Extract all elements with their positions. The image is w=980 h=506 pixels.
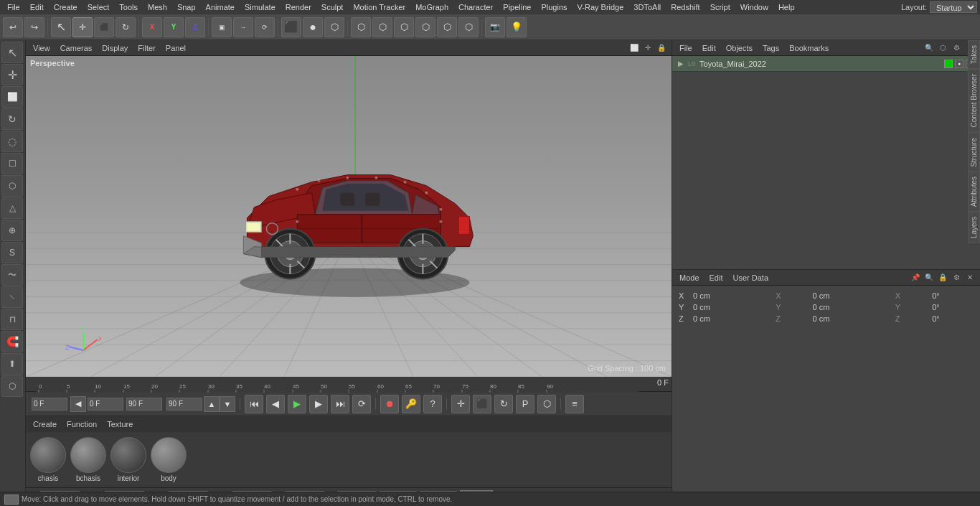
current-frame-input[interactable] (88, 398, 123, 411)
frame-left-btn[interactable]: ◀ (70, 396, 86, 412)
attr-pin-icon[interactable]: 📌 (910, 272, 921, 284)
redo-button[interactable]: ↪ (24, 17, 44, 37)
menu-animate[interactable]: Animate (202, 1, 239, 13)
rotate-key-button[interactable]: ↻ (494, 395, 513, 413)
obj-menu-objects[interactable]: Objects (723, 42, 755, 54)
menu-sculpt[interactable]: Sculpt (317, 1, 348, 13)
play-button[interactable]: ▶ (288, 395, 306, 413)
mat-menu-create[interactable]: Create (30, 418, 60, 430)
rotate-tool[interactable]: ↻ (1, 108, 23, 130)
undo-button[interactable]: ↩ (3, 17, 23, 37)
next-frame-button[interactable]: ▶ (309, 395, 328, 413)
viewport-expand-icon[interactable]: ⬜ (628, 42, 640, 54)
takes-tab[interactable]: Takes (968, 40, 980, 69)
menu-3dtoall[interactable]: 3DToAll (629, 1, 665, 13)
cursor-tool[interactable]: ↖ (1, 42, 23, 63)
go-start-button[interactable]: ⏮ (245, 395, 263, 413)
attr-lock-icon[interactable]: 🔒 (937, 272, 948, 284)
move-tool[interactable]: ✛ (1, 64, 23, 85)
obj-visible-icon[interactable]: ● (955, 60, 963, 68)
scale-tool-button[interactable]: ⬛ (94, 17, 114, 37)
start-frame-input[interactable] (32, 398, 67, 411)
attr-menu-userdata[interactable]: User Data (730, 272, 772, 284)
motion-path-button[interactable]: ? (423, 395, 442, 413)
attributes-tab[interactable]: Attributes (968, 172, 980, 212)
viewport-menu-view[interactable]: View (30, 42, 53, 54)
world-x-button[interactable]: X (142, 17, 162, 37)
mat-menu-texture[interactable]: Texture (104, 418, 136, 430)
param-key-button[interactable]: P (516, 395, 534, 413)
view-btn-4[interactable]: ⬡ (415, 17, 435, 37)
mesh-tool[interactable]: ⊕ (1, 220, 23, 241)
layers-tab[interactable]: Layers (968, 212, 980, 243)
attr-close-icon[interactable]: ✕ (964, 272, 976, 284)
view-btn-6[interactable]: ⬡ (458, 17, 479, 37)
paint-tool[interactable]: S (1, 242, 23, 263)
prev-frame-button[interactable]: ◀ (266, 395, 285, 413)
extrude-tool[interactable]: ⬆ (1, 353, 23, 375)
menu-plugins[interactable]: Plugins (537, 1, 571, 13)
viewport-menu-display[interactable]: Display (99, 42, 131, 54)
frame-step-down[interactable]: ▼ (220, 396, 235, 412)
menu-file[interactable]: File (3, 1, 24, 13)
filter-icon[interactable]: ⬡ (937, 42, 948, 54)
menu-pipeline[interactable]: Pipeline (499, 1, 535, 13)
auto-key-button[interactable]: 🔑 (402, 395, 420, 413)
end-frame-input[interactable] (126, 398, 162, 411)
view-btn-1[interactable]: ⬡ (351, 17, 371, 37)
viewport-menu-cameras[interactable]: Cameras (57, 42, 95, 54)
material-swatch-chasis[interactable]: chasis (30, 437, 66, 482)
select-tool-button[interactable]: ↖ (51, 17, 71, 37)
hex-tool[interactable]: ⬡ (1, 175, 23, 197)
cube-button[interactable]: ⬛ (281, 17, 301, 37)
scale-key-button[interactable]: ⬛ (473, 395, 491, 413)
menu-mesh[interactable]: Mesh (143, 1, 171, 13)
view-btn-3[interactable]: ⬡ (394, 17, 414, 37)
menu-vray-bridge[interactable]: V-Ray Bridge (573, 1, 628, 13)
menu-window[interactable]: Window (736, 1, 773, 13)
attr-search-icon[interactable]: 🔍 (923, 272, 935, 284)
box-tool[interactable]: ☐ (1, 153, 23, 174)
mat-menu-function[interactable]: Function (64, 418, 100, 430)
content-browser-tab[interactable]: Content Browser (968, 69, 980, 132)
world-z-button[interactable]: Z (185, 17, 205, 37)
subdivide-button[interactable]: ⟳ (255, 17, 275, 37)
search-icon[interactable]: 🔍 (923, 42, 935, 54)
obj-menu-bookmarks[interactable]: Bookmarks (786, 42, 831, 54)
table-row[interactable]: ▶ L0 Toyota_Mirai_2022 ● ● (672, 56, 980, 72)
material-swatch-interior[interactable]: interior (110, 437, 146, 482)
loop-button[interactable]: ⟳ (352, 395, 371, 413)
car-model[interactable] (204, 103, 505, 306)
obj-menu-file[interactable]: File (677, 42, 695, 54)
rotate-tool-button[interactable]: ↻ (116, 17, 136, 37)
move-tool-button[interactable]: ✛ (72, 17, 93, 37)
camera-btn[interactable]: 📷 (485, 17, 505, 37)
spline-tool[interactable]: 〜 (1, 264, 23, 286)
viewport-lock-icon[interactable]: 🔒 (656, 42, 667, 54)
timeline-view-button[interactable]: ≡ (565, 395, 584, 413)
cylinder-button[interactable]: ⬡ (324, 17, 344, 37)
menu-motion-tracker[interactable]: Motion Tracker (349, 1, 410, 13)
material-swatch-body[interactable]: body (151, 437, 187, 482)
viewport-menu-panel[interactable]: Panel (163, 42, 189, 54)
max-frame-input[interactable] (166, 398, 202, 411)
attr-menu-mode[interactable]: Mode (677, 272, 702, 284)
viewport-move-icon[interactable]: ✛ (642, 42, 654, 54)
sculpt-brush-tool[interactable]: ⬡ (1, 375, 23, 397)
menu-mograph[interactable]: MoGraph (411, 1, 453, 13)
scale-tool[interactable]: ⬜ (1, 86, 23, 108)
move-key-button[interactable]: ✛ (451, 395, 470, 413)
sphere-button[interactable]: ● (303, 17, 323, 37)
bridge-tool[interactable]: ⊓ (1, 309, 23, 330)
menu-help[interactable]: Help (774, 1, 799, 13)
circle-tool[interactable]: ◌ (1, 131, 23, 152)
menu-simulate[interactable]: Simulate (240, 1, 280, 13)
world-y-button[interactable]: Y (164, 17, 184, 37)
all-key-button[interactable]: ⬡ (537, 395, 556, 413)
light-btn[interactable]: 💡 (507, 17, 527, 37)
attr-settings-icon[interactable]: ⚙ (951, 272, 962, 284)
menu-redshift[interactable]: Redshift (666, 1, 704, 13)
triangle-tool[interactable]: △ (1, 197, 23, 219)
obj-menu-tags[interactable]: Tags (760, 42, 782, 54)
go-end-button[interactable]: ⏭ (331, 395, 349, 413)
